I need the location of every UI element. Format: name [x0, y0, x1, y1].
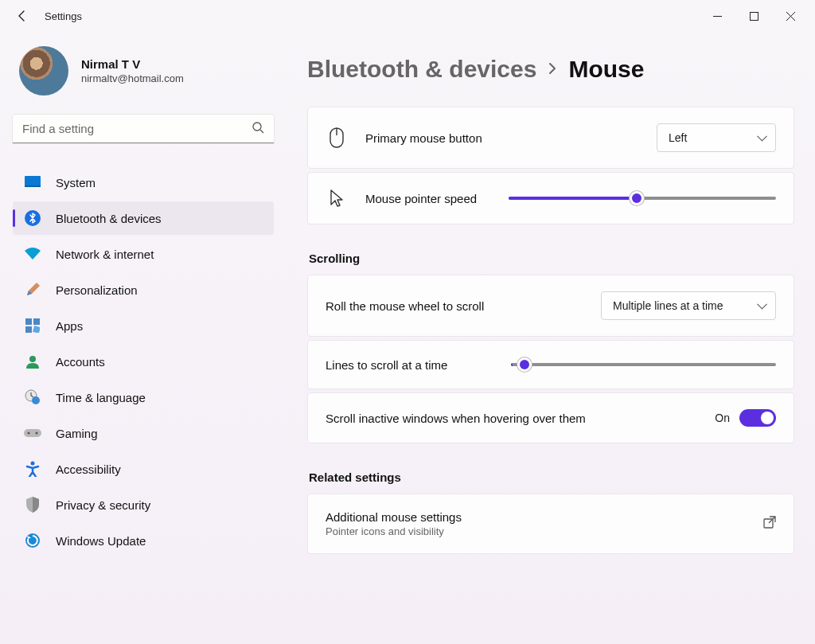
svg-point-13 — [28, 432, 30, 435]
back-button[interactable] — [6, 0, 38, 32]
svg-rect-8 — [33, 326, 40, 333]
app-title: Settings — [45, 10, 82, 22]
sidebar: Nirmal T V nirmaltv@hotmail.com System B… — [0, 32, 287, 644]
nav-item-gaming[interactable]: Gaming — [13, 416, 274, 450]
maximize-icon — [750, 12, 758, 21]
svg-rect-0 — [750, 12, 758, 20]
breadcrumb-parent[interactable]: Bluetooth & devices — [307, 56, 536, 83]
nav-item-windows-update[interactable]: Windows Update — [13, 524, 274, 557]
svg-rect-12 — [24, 429, 41, 437]
nav-item-apps[interactable]: Apps — [13, 309, 274, 342]
bluetooth-icon — [24, 209, 41, 227]
wifi-icon — [24, 245, 41, 263]
clock-globe-icon — [24, 388, 41, 406]
nav-list: System Bluetooth & devices Network & int… — [13, 166, 274, 557]
card-roll-wheel: Roll the mouse wheel to scroll Multiple … — [307, 275, 794, 337]
roll-wheel-dropdown[interactable]: Multiple lines at a time — [601, 291, 776, 320]
apps-icon — [24, 317, 41, 334]
nav-item-personalization[interactable]: Personalization — [13, 273, 274, 306]
nav-label: Personalization — [56, 283, 138, 297]
primary-button-label: Primary mouse button — [365, 131, 482, 145]
scrolling-heading: Scrolling — [309, 252, 794, 265]
svg-rect-6 — [33, 318, 40, 325]
scroll-inactive-state: On — [715, 412, 730, 424]
nav-item-accounts[interactable]: Accounts — [13, 345, 274, 378]
slider-thumb[interactable] — [517, 357, 532, 372]
minimize-icon — [713, 12, 722, 21]
card-primary-button: Primary mouse button Left — [307, 107, 794, 169]
lines-to-scroll-label: Lines to scroll at a time — [326, 358, 447, 372]
svg-point-11 — [32, 396, 40, 404]
primary-button-value: Left — [669, 131, 687, 144]
additional-settings-label: Additional mouse settings — [326, 510, 462, 524]
arrow-left-icon — [16, 10, 29, 22]
card-scroll-inactive: Scroll inactive windows when hovering ov… — [307, 392, 794, 443]
nav-item-accessibility[interactable]: Accessibility — [13, 452, 274, 486]
nav-label: Privacy & security — [56, 498, 150, 512]
svg-rect-7 — [25, 326, 32, 333]
chevron-right-icon — [548, 60, 557, 79]
minimize-button[interactable] — [699, 0, 735, 32]
svg-rect-5 — [25, 318, 32, 325]
nav-item-bluetooth-devices[interactable]: Bluetooth & devices — [13, 201, 274, 235]
card-lines-to-scroll: Lines to scroll at a time — [307, 340, 794, 389]
avatar — [19, 46, 68, 96]
search-icon — [252, 121, 264, 137]
nav-label: Accessibility — [56, 463, 121, 476]
roll-wheel-label: Roll the mouse wheel to scroll — [326, 299, 484, 313]
svg-point-14 — [36, 432, 38, 435]
svg-point-1 — [253, 123, 261, 131]
lines-to-scroll-slider[interactable] — [511, 357, 776, 373]
search-input[interactable] — [13, 115, 274, 143]
open-external-icon — [763, 516, 776, 532]
person-icon — [24, 353, 41, 370]
maximize-button[interactable] — [735, 0, 772, 32]
nav-label: Network & internet — [56, 248, 154, 261]
nav-item-system[interactable]: System — [13, 166, 274, 199]
system-icon — [24, 174, 41, 191]
primary-button-dropdown[interactable]: Left — [657, 123, 776, 152]
profile-block[interactable]: Nirmal T V nirmaltv@hotmail.com — [13, 46, 274, 96]
pointer-speed-label: Mouse pointer speed — [365, 192, 477, 205]
close-icon — [786, 12, 795, 21]
additional-settings-sub: Pointer icons and visibility — [326, 525, 462, 537]
cursor-icon — [326, 189, 348, 208]
nav-label: Bluetooth & devices — [56, 212, 162, 225]
paint-icon — [24, 281, 41, 299]
profile-email: nirmaltv@hotmail.com — [81, 72, 184, 84]
nav-label: Accounts — [56, 355, 105, 369]
pointer-speed-slider[interactable] — [509, 190, 776, 206]
nav-item-network[interactable]: Network & internet — [13, 237, 274, 271]
nav-label: Apps — [56, 319, 83, 333]
profile-name: Nirmal T V — [81, 57, 184, 71]
svg-rect-2 — [25, 176, 41, 187]
nav-label: Windows Update — [56, 534, 146, 548]
main-content: Bluetooth & devices Mouse Primary mouse … — [287, 32, 815, 644]
accessibility-icon — [24, 460, 41, 478]
nav-label: Time & language — [56, 391, 146, 404]
breadcrumb: Bluetooth & devices Mouse — [307, 56, 794, 83]
gamepad-icon — [24, 424, 41, 442]
slider-thumb[interactable] — [630, 191, 644, 205]
card-additional-mouse-settings[interactable]: Additional mouse settings Pointer icons … — [307, 494, 794, 554]
shield-icon — [24, 496, 41, 513]
mouse-icon — [326, 127, 348, 148]
card-pointer-speed: Mouse pointer speed — [307, 172, 794, 224]
close-button[interactable] — [772, 0, 809, 32]
related-settings-heading: Related settings — [309, 470, 794, 484]
svg-point-15 — [31, 462, 35, 466]
scroll-inactive-label: Scroll inactive windows when hovering ov… — [326, 412, 586, 425]
svg-point-9 — [29, 356, 36, 362]
roll-wheel-value: Multiple lines at a time — [613, 299, 723, 312]
svg-rect-3 — [25, 185, 41, 187]
scroll-inactive-toggle[interactable] — [739, 409, 776, 427]
nav-item-time-language[interactable]: Time & language — [13, 381, 274, 414]
nav-item-privacy-security[interactable]: Privacy & security — [13, 488, 274, 521]
update-icon — [24, 532, 41, 549]
nav-label: System — [56, 176, 96, 189]
nav-label: Gaming — [56, 427, 98, 440]
breadcrumb-current: Mouse — [568, 56, 644, 83]
